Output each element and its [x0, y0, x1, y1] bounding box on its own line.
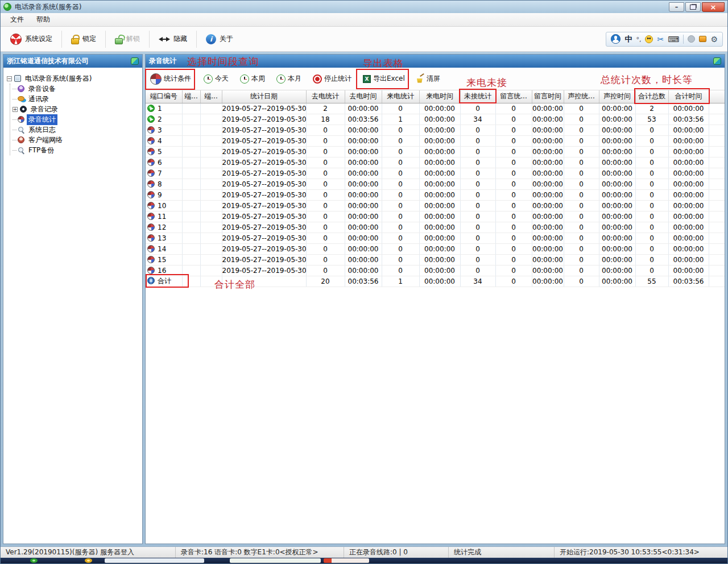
clear-screen-button[interactable]: 清屏 [413, 71, 444, 86]
table-row[interactable]: 72019-05-27--2019-05-30000:00:00000:00:0… [146, 168, 725, 179]
unlock-button[interactable]: 解锁 [110, 31, 145, 47]
hide-button[interactable]: 隐藏 [154, 31, 192, 47]
taskbar-app-fragment[interactable] [324, 558, 369, 563]
table-cell: 00:00:00 [345, 103, 382, 114]
ime-profile-icon[interactable] [688, 35, 695, 43]
taskbar-app-fragment[interactable] [105, 558, 204, 563]
column-header[interactable]: 声控统... [564, 90, 599, 103]
about-button[interactable]: 关于 [201, 31, 238, 47]
table-cell: 00:00:00 [419, 243, 460, 254]
column-header[interactable]: 合计时间 [668, 90, 709, 103]
column-header[interactable]: 统计日期 [222, 90, 306, 103]
table-row[interactable]: 32019-05-27--2019-05-30000:00:00000:00:0… [146, 125, 725, 135]
tree-item-label[interactable]: 录音设备 [27, 84, 57, 94]
table-row[interactable]: 22019-05-27--2019-05-301800:03:56100:00:… [146, 114, 725, 125]
stats-condition-button[interactable]: 统计条件 [147, 70, 195, 88]
table-row[interactable]: 合计2000:03:56100:00:0034000:00:00000:00:0… [146, 276, 725, 287]
tree-item-recording-records[interactable]: 录音记录 [13, 104, 140, 114]
column-header[interactable]: 端口编号 [146, 90, 182, 103]
column-header[interactable]: 来电统计 [382, 90, 419, 103]
ime-keyboard-icon[interactable] [668, 35, 679, 44]
tree-item-ftp-backup[interactable]: FTP备份 [13, 145, 140, 155]
title-bar[interactable]: 电话录音系统(服务器) [1, 1, 727, 13]
table-row[interactable]: 112019-05-27--2019-05-30000:00:00000:00:… [146, 211, 725, 222]
table-cell [200, 233, 222, 243]
tree-children: 录音设备 通讯录 录音记录 录音统计 [10, 84, 140, 155]
tree-item-label[interactable]: 客户端网络 [27, 135, 64, 146]
table-cell: 00:00:00 [532, 200, 564, 211]
column-header[interactable]: 留言时间 [532, 90, 564, 103]
table-cell [222, 276, 306, 287]
collapse-expander-icon[interactable] [7, 76, 12, 81]
stop-stats-button[interactable]: 停止统计 [309, 71, 355, 86]
status-bar: Ver1.29(20190115)(服务器) 服务器登入 录音卡:16 语音卡:… [1, 546, 727, 558]
ime-punctuation-icon[interactable] [636, 35, 641, 43]
tree-item-root[interactable]: 电话录音系统(服务器) [7, 73, 140, 84]
ime-toolbox-icon[interactable] [699, 36, 706, 42]
tree-item-label[interactable]: 通讯录 [27, 94, 51, 105]
tree-item-recording-device[interactable]: 录音设备 [13, 84, 140, 94]
tree-item-label[interactable]: 系统日志 [27, 125, 57, 135]
table-row[interactable]: 132019-05-27--2019-05-30000:00:00000:00:… [146, 233, 725, 243]
tree-root-label[interactable]: 电话录音系统(服务器) [23, 73, 93, 84]
tree-item-label-selected[interactable]: 录音统计 [27, 114, 57, 125]
column-header[interactable]: 合计总数 [635, 90, 668, 103]
table-row[interactable]: 52019-05-27--2019-05-30000:00:00000:00:0… [146, 146, 725, 157]
column-header[interactable]: 端... [182, 90, 200, 103]
menu-help[interactable]: 帮助 [30, 13, 56, 26]
tree-item-system-log[interactable]: 系统日志 [13, 125, 140, 135]
table-cell [200, 265, 222, 276]
this-month-button[interactable]: 本月 [273, 71, 305, 86]
column-header[interactable]: 去电统计 [306, 90, 345, 103]
table-cell: 14 [146, 243, 182, 254]
ime-emoji-icon[interactable] [645, 35, 653, 43]
table-row[interactable]: 122019-05-27--2019-05-30000:00:00000:00:… [146, 222, 725, 233]
system-settings-button[interactable]: 系统设定 [5, 31, 57, 48]
table-row[interactable]: 12019-05-27--2019-05-30200:00:00000:00:0… [146, 103, 725, 114]
table-cell: 00:00:00 [532, 114, 564, 125]
today-button[interactable]: 今天 [200, 71, 232, 86]
column-header[interactable]: 未接统计 [460, 90, 495, 103]
ime-user-icon[interactable] [611, 34, 621, 44]
table-row[interactable]: 82019-05-27--2019-05-30000:00:00000:00:0… [146, 179, 725, 189]
table-cell: 2019-05-27--2019-05-30 [222, 179, 306, 189]
table-row[interactable]: 102019-05-27--2019-05-30000:00:00000:00:… [146, 200, 725, 211]
column-header[interactable]: 留言统... [495, 90, 532, 103]
table-row[interactable]: 162019-05-27--2019-05-30000:00:00000:00:… [146, 265, 725, 276]
menu-file[interactable]: 文件 [4, 13, 30, 26]
close-button[interactable] [702, 2, 725, 12]
ime-language-indicator[interactable]: 中 [624, 34, 632, 44]
tree-item-client-network[interactable]: 客户端网络 [13, 135, 140, 145]
panel-header-icon[interactable] [713, 57, 721, 65]
taskbar-app-fragment[interactable] [30, 558, 38, 563]
port-number: 4 [158, 137, 162, 145]
ime-settings-gear-icon[interactable] [710, 35, 718, 44]
expand-expander-icon[interactable] [13, 107, 18, 112]
maximize-button[interactable] [685, 2, 701, 12]
table-cell: 7 [146, 168, 182, 179]
table-cell: 0 [306, 168, 345, 179]
table-row[interactable]: 62019-05-27--2019-05-30000:00:00000:00:0… [146, 157, 725, 168]
stats-table-container[interactable]: 端口编号端...端...统计日期去电统计去电时间来电统计来电时间未接统计留言统.… [146, 90, 725, 544]
column-header[interactable]: 来电时间 [419, 90, 460, 103]
sidebar-header-icon[interactable] [131, 57, 139, 65]
tree-item-recording-stats[interactable]: 录音统计 [13, 114, 140, 125]
tree-item-label[interactable]: FTP备份 [27, 145, 56, 156]
taskbar-app-fragment[interactable] [230, 558, 321, 563]
this-week-button[interactable]: 本周 [237, 71, 268, 86]
taskbar-app-fragment[interactable] [85, 558, 92, 563]
lock-button[interactable]: 锁定 [66, 31, 101, 47]
table-cell: 00:00:00 [345, 265, 382, 276]
table-row[interactable]: 92019-05-27--2019-05-30000:00:00000:00:0… [146, 189, 725, 200]
table-row[interactable]: 152019-05-27--2019-05-30000:00:00000:00:… [146, 254, 725, 265]
tree-item-contacts[interactable]: 通讯录 [13, 94, 140, 104]
column-header[interactable]: 声控时间 [599, 90, 635, 103]
column-header[interactable]: 端... [200, 90, 222, 103]
ime-scissors-icon[interactable] [657, 35, 664, 44]
export-excel-button[interactable]: 导出Excel [359, 71, 408, 86]
minimize-button[interactable] [669, 2, 684, 12]
tree-item-label[interactable]: 录音记录 [29, 104, 60, 115]
column-header[interactable]: 去电时间 [345, 90, 382, 103]
table-row[interactable]: 142019-05-27--2019-05-30000:00:00000:00:… [146, 243, 725, 254]
table-row[interactable]: 42019-05-27--2019-05-30000:00:00000:00:0… [146, 135, 725, 146]
